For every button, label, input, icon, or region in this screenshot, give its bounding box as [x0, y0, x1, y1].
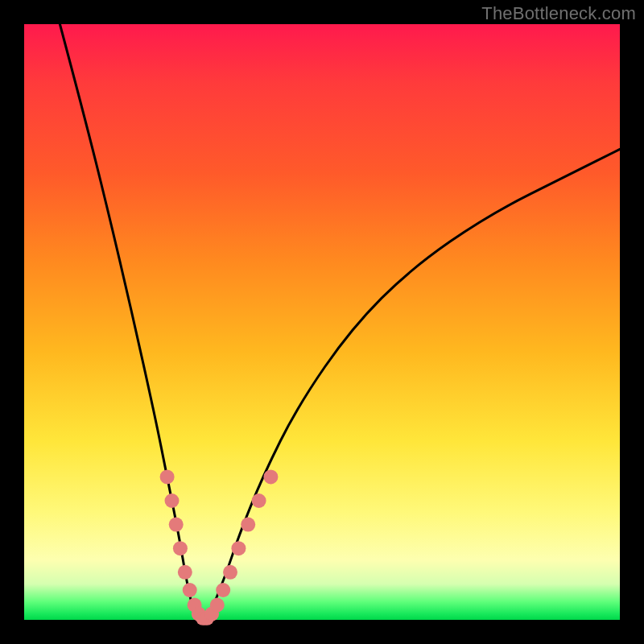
curve-marker: [165, 493, 180, 508]
bottleneck-curve: [60, 24, 620, 619]
curve-marker: [223, 565, 237, 580]
curve-marker: [160, 469, 175, 484]
curve-marker: [241, 518, 255, 532]
curve-markers: [160, 469, 279, 625]
curve-marker: [210, 598, 225, 613]
curve-layer: [24, 24, 620, 620]
curve-marker: [231, 541, 246, 555]
curve-marker: [263, 469, 278, 484]
curve-marker: [178, 565, 192, 580]
curve-marker: [183, 583, 197, 597]
plot-area: [24, 24, 620, 620]
watermark-text: TheBottleneck.com: [481, 3, 636, 24]
chart-frame: TheBottleneck.com: [0, 0, 644, 644]
curve-marker: [173, 541, 188, 555]
curve-marker: [252, 493, 266, 508]
curve-marker: [216, 583, 230, 597]
curve-marker: [169, 518, 184, 532]
